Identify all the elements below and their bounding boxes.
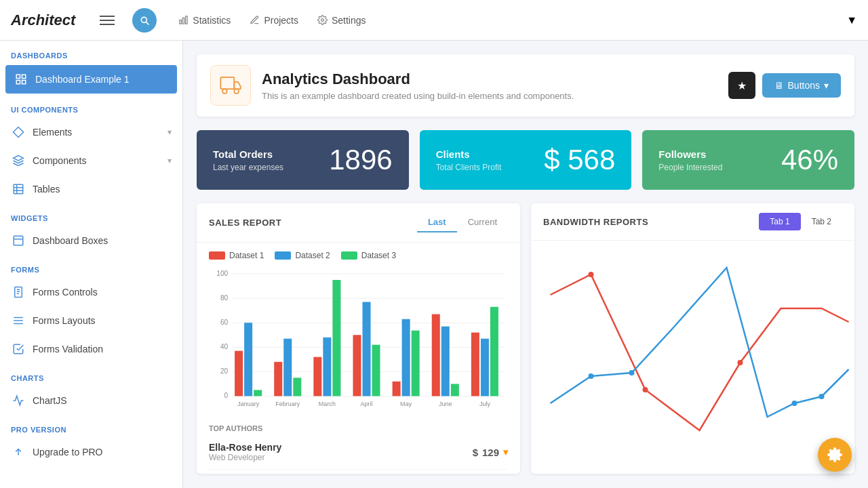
star-button[interactable]: ★ bbox=[728, 72, 755, 99]
svg-rect-58 bbox=[481, 339, 489, 396]
tab-current[interactable]: Current bbox=[457, 213, 508, 232]
svg-text:60: 60 bbox=[220, 319, 229, 326]
table-icon bbox=[11, 182, 26, 197]
svg-text:March: March bbox=[319, 401, 336, 407]
svg-point-25 bbox=[222, 89, 227, 94]
layout-icon bbox=[11, 313, 26, 328]
settings-fab[interactable] bbox=[818, 438, 852, 472]
legend-dataset2: Dataset 2 bbox=[275, 251, 330, 260]
svg-rect-51 bbox=[393, 382, 401, 396]
svg-text:February: February bbox=[275, 401, 300, 407]
tab-btn-1[interactable]: Tab 1 bbox=[759, 213, 800, 230]
author-role: Web Developer bbox=[209, 453, 281, 462]
svg-marker-9 bbox=[14, 156, 24, 161]
svg-point-73 bbox=[819, 394, 825, 399]
sidebar-item-elements[interactable]: Elements ▾ bbox=[0, 118, 182, 146]
sales-report-title: SALES REPORT bbox=[209, 218, 281, 228]
svg-rect-45 bbox=[313, 357, 321, 396]
top-authors: TOP AUTHORS Ella-Rose Henry Web Develope… bbox=[197, 419, 520, 474]
stat-label: Clients bbox=[436, 148, 502, 160]
svg-rect-24 bbox=[220, 77, 234, 89]
svg-point-26 bbox=[234, 89, 239, 94]
svg-rect-55 bbox=[441, 327, 450, 396]
page-header-text: Analytics Dashboard This is an example d… bbox=[262, 70, 717, 101]
svg-rect-43 bbox=[283, 339, 292, 396]
svg-text:20: 20 bbox=[220, 367, 229, 375]
stat-label: Total Orders bbox=[213, 148, 283, 160]
stats-row: Total Orders Last year expenses 1896 Cli… bbox=[197, 130, 854, 190]
author-name: Ella-Rose Henry bbox=[209, 442, 281, 453]
page-header: Analytics Dashboard This is an example d… bbox=[197, 54, 854, 117]
stat-sublabel: Last year expenses bbox=[213, 163, 283, 172]
svg-rect-59 bbox=[490, 307, 498, 396]
legend-dataset1: Dataset 1 bbox=[209, 251, 264, 260]
svg-text:0: 0 bbox=[224, 392, 228, 399]
arrow-icon: ▾ bbox=[167, 127, 172, 137]
svg-text:May: May bbox=[400, 401, 412, 407]
svg-text:January: January bbox=[237, 401, 260, 407]
svg-rect-50 bbox=[372, 345, 380, 396]
svg-rect-10 bbox=[14, 184, 23, 194]
svg-rect-46 bbox=[323, 338, 331, 396]
page-title: Analytics Dashboard bbox=[262, 70, 717, 88]
svg-rect-5 bbox=[22, 75, 26, 78]
svg-rect-40 bbox=[244, 323, 252, 396]
svg-rect-39 bbox=[235, 351, 243, 396]
chart-legend: Dataset 1 Dataset 2 Dataset 3 bbox=[209, 251, 508, 260]
svg-marker-8 bbox=[14, 127, 24, 138]
section-charts: CHARTS bbox=[0, 363, 182, 386]
svg-rect-48 bbox=[353, 335, 361, 396]
sidebar-item-tables[interactable]: Tables bbox=[0, 175, 182, 203]
svg-rect-56 bbox=[451, 384, 459, 396]
sidebar-item-forms-validation[interactable]: Forms Validation bbox=[0, 335, 182, 363]
section-ui-components: UI COMPONENTS bbox=[0, 95, 182, 118]
svg-rect-14 bbox=[14, 236, 23, 245]
section-dashboards: DASHBOARDS bbox=[0, 41, 182, 64]
legend-dot-2 bbox=[275, 251, 291, 260]
chevron-down-icon[interactable]: ▾ bbox=[503, 447, 508, 458]
nav-settings[interactable]: Settings bbox=[309, 9, 374, 31]
sidebar-item-upgrade[interactable]: Upgrade to PRO bbox=[0, 438, 182, 466]
stat-label: Followers bbox=[658, 148, 722, 160]
svg-rect-47 bbox=[332, 280, 340, 396]
section-forms: FORMS bbox=[0, 255, 182, 278]
legend-dot-3 bbox=[341, 251, 357, 260]
svg-rect-6 bbox=[22, 81, 26, 84]
main-content: Analytics Dashboard This is an example d… bbox=[183, 41, 868, 488]
svg-rect-52 bbox=[402, 319, 410, 396]
dashboard-icon bbox=[14, 72, 28, 87]
svg-point-67 bbox=[589, 272, 594, 277]
svg-text:June: June bbox=[439, 401, 452, 407]
svg-point-68 bbox=[643, 387, 648, 392]
sidebar-item-chartjs[interactable]: ChartJS bbox=[0, 386, 182, 415]
section-pro-version: PRO VERSION bbox=[0, 415, 182, 438]
stat-card-total-orders: Total Orders Last year expenses 1896 bbox=[197, 130, 409, 190]
sidebar-item-dashboard-example-1[interactable]: Dashboard Example 1 bbox=[5, 65, 177, 94]
topnav: Architect Statistics Projects Settings ▼ bbox=[0, 0, 868, 41]
sales-report-tabs: Last Current bbox=[417, 213, 508, 232]
tab-btn-2[interactable]: Tab 2 bbox=[801, 213, 842, 230]
search-button[interactable] bbox=[132, 8, 157, 33]
svg-rect-0 bbox=[180, 20, 182, 24]
sales-report-body: Dataset 1 Dataset 2 Dataset 3 bbox=[197, 243, 520, 419]
line-chart bbox=[531, 241, 854, 437]
svg-rect-7 bbox=[16, 81, 20, 84]
nav-statistics[interactable]: Statistics bbox=[170, 9, 239, 31]
header-actions: ★ 🖥 Buttons ▾ bbox=[728, 72, 841, 99]
sidebar-item-forms-layouts[interactable]: Forms Layouts bbox=[0, 306, 182, 335]
nav-projects[interactable]: Projects bbox=[241, 9, 307, 31]
sidebar-item-dashboard-boxes[interactable]: Dashboard Boxes bbox=[0, 226, 182, 255]
bar-chart: 0 20 40 60 80 100 bbox=[209, 266, 508, 408]
svg-rect-1 bbox=[183, 18, 185, 24]
sidebar-item-components[interactable]: Components ▾ bbox=[0, 146, 182, 175]
svg-text:80: 80 bbox=[220, 294, 229, 302]
hamburger-button[interactable] bbox=[96, 12, 119, 29]
stat-value: 46% bbox=[781, 144, 838, 176]
svg-text:40: 40 bbox=[220, 343, 229, 350]
sidebar-item-forms-controls[interactable]: Forms Controls bbox=[0, 278, 182, 306]
svg-point-69 bbox=[738, 360, 743, 365]
tab-last[interactable]: Last bbox=[417, 213, 457, 232]
buttons-dropdown[interactable]: 🖥 Buttons ▾ bbox=[762, 73, 841, 98]
nav-dropdown-arrow[interactable]: ▼ bbox=[846, 14, 857, 26]
svg-point-71 bbox=[629, 370, 635, 375]
